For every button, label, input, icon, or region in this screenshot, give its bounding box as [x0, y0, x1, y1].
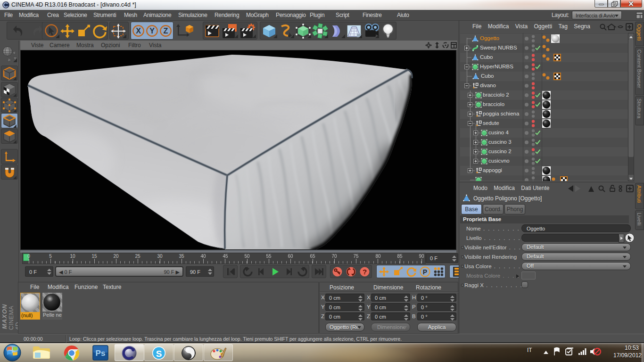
svg-text:Ps: Ps [96, 349, 106, 358]
svg-text:?: ? [363, 268, 367, 276]
svg-text:Y: Y [149, 26, 155, 35]
svg-text:X: X [136, 26, 141, 35]
svg-text:Z: Z [164, 26, 168, 35]
svg-text:S: S [156, 349, 162, 359]
svg-text:P: P [423, 268, 427, 276]
